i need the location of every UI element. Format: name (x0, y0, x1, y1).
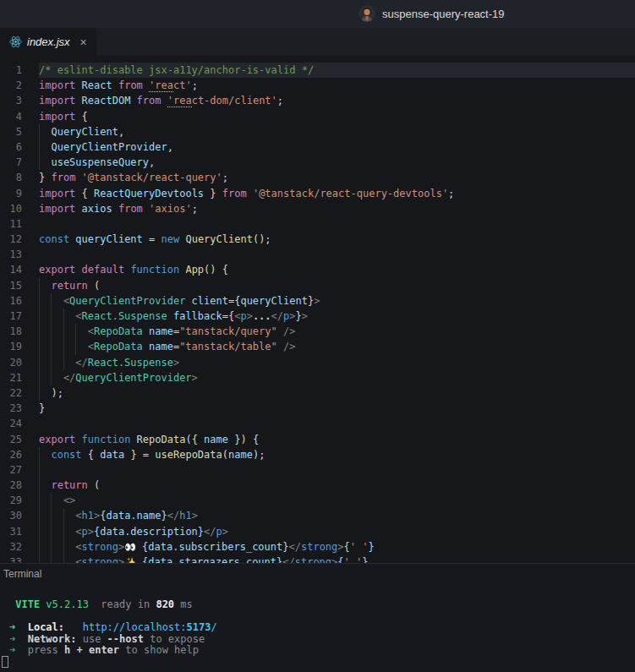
code-line[interactable]: 21</QueryClientProvider> (0, 370, 635, 385)
code-line[interactable]: 29<> (0, 493, 635, 508)
code-token: QueryClient (51, 126, 118, 138)
code-token: useRepoData (155, 449, 222, 461)
user-avatar[interactable] (359, 5, 375, 22)
code-line[interactable]: 1/* eslint-disable jsx-a11y/anchor-is-va… (0, 63, 635, 78)
code-line[interactable]: 20</React.Suspense> (0, 355, 635, 370)
code-line[interactable]: 26const { data } = useRepoData(name); (0, 447, 635, 462)
indent-guide (51, 355, 63, 370)
code-line[interactable]: 7useSuspenseQuery, (0, 155, 635, 170)
code-line[interactable]: 4import { (0, 109, 635, 124)
code-line[interactable]: 22); (0, 385, 635, 401)
code-line[interactable]: 24 (0, 416, 635, 431)
code-token: 'rea (167, 95, 192, 107)
indent-guide (39, 278, 51, 293)
code-token: name (204, 434, 228, 445)
code-line[interactable]: 19<RepoData name="tanstack/table" /> (0, 339, 635, 354)
code-line[interactable]: 11 (0, 216, 635, 232)
line-number: 11 (0, 216, 22, 232)
code-token: /> (277, 341, 296, 352)
code-line[interactable]: 2import React from 'react'; (0, 78, 635, 93)
indent-guide (51, 309, 63, 324)
code-token: { (337, 556, 343, 563)
code-token: ; (222, 172, 228, 183)
code-line[interactable]: 13 (0, 247, 635, 262)
code-line[interactable]: 3import ReactDOM from 'react-dom/client'… (0, 93, 635, 108)
code-token: import (39, 111, 75, 123)
terminal-output[interactable]: VITE v5.2.13 ready in 820 ms➜ Local: htt… (0, 582, 635, 672)
code-line[interactable]: 31<p>{data.description}</p> (0, 524, 635, 539)
code-token: strong (82, 556, 118, 563)
terminal-line: ➜ Local: http://localhost:5173/ (9, 622, 635, 634)
code-line[interactable]: 33<strong>✨ {data.stargazers_count}</str… (0, 555, 635, 563)
code-token: {data.subscribers_count} (136, 541, 289, 553)
code-line[interactable]: 23} (0, 401, 635, 416)
tab-label: index.jsx (27, 36, 70, 48)
terminal-text: ready in (89, 598, 156, 610)
code-token: 'axios' (143, 203, 192, 215)
code-line[interactable]: 9import { ReactQueryDevtools } from '@ta… (0, 186, 635, 201)
code-line[interactable]: 8} from '@tanstack/react-query'; (0, 170, 635, 185)
code-token: name (143, 325, 173, 337)
code-line[interactable]: 30<h1>{data.name}</h1> (0, 508, 635, 523)
code-token: p (216, 526, 222, 538)
code-line[interactable]: 5QueryClient, (0, 124, 635, 139)
code-line[interactable]: 6QueryClientProvider, (0, 139, 635, 155)
indent-guide (39, 139, 51, 155)
code-line[interactable]: 32<strong>👀 {data.subscribers_count}</st… (0, 539, 635, 555)
code-token: axios (75, 203, 112, 215)
code-token: </ (63, 372, 75, 384)
indent-guide (39, 309, 51, 324)
localhost-url[interactable]: 5173 (187, 621, 211, 633)
terminal-text: Local: (15, 621, 64, 633)
code-token: queryClient (240, 295, 307, 307)
line-number: 29 (0, 493, 22, 508)
line-number: 26 (0, 447, 22, 462)
code-token: App (179, 264, 204, 276)
indent-guide (39, 508, 51, 523)
code-token: QueryClientProvider (69, 295, 185, 307)
code-token: ✨ (124, 557, 136, 563)
code-line[interactable]: 12const queryClient = new QueryClient(); (0, 232, 635, 247)
code-token: </ (204, 526, 216, 538)
line-number: 30 (0, 508, 22, 523)
workspace-title: suspense-query-react-19 (382, 0, 505, 28)
tab-index-jsx[interactable]: index.jsx × (0, 28, 96, 56)
code-editor[interactable]: 1/* eslint-disable jsx-a11y/anchor-is-va… (0, 56, 635, 563)
code-line[interactable]: 16<QueryClientProvider client={queryClie… (0, 293, 635, 309)
code-token: (); (253, 233, 271, 245)
code-token: import (39, 188, 75, 199)
code-line[interactable]: 15return ( (0, 278, 635, 293)
line-number: 5 (0, 124, 22, 139)
indent-guide (51, 493, 63, 508)
line-number: 2 (0, 78, 22, 93)
line-number: 17 (0, 309, 22, 324)
indent-guide (51, 293, 63, 309)
code-line[interactable]: 28return ( (0, 478, 635, 493)
localhost-url[interactable]: / (211, 621, 216, 633)
code-token: {data.name} (100, 510, 167, 522)
code-line[interactable]: 14export default function App() { (0, 262, 635, 277)
code-token: client (185, 295, 228, 307)
terminal-text: 820 (156, 598, 174, 610)
code-token: > (192, 510, 198, 522)
close-icon[interactable]: × (80, 36, 87, 49)
code-line[interactable]: 18<RepoData name="tanstack/query" /> (0, 324, 635, 339)
terminal-text: Network: (15, 633, 76, 645)
terminal-line: ➜ Network: use --host to expose (9, 634, 635, 646)
code-token: < (88, 325, 94, 337)
line-number: 3 (0, 93, 22, 108)
code-line[interactable]: 17<React.Suspense fallback={<p>...</p>}> (0, 309, 635, 324)
line-number: 33 (0, 555, 22, 563)
indent-guide (51, 324, 63, 339)
indent-guide (51, 508, 63, 523)
indent-guide (75, 324, 87, 339)
code-token: import (39, 79, 75, 91)
code-token: <> (63, 494, 75, 506)
code-line[interactable]: 10import axios from 'axios'; (0, 201, 635, 216)
terminal-line: VITE v5.2.13 ready in 820 ms (9, 599, 635, 611)
localhost-url[interactable]: http://localhost: (64, 621, 187, 633)
code-token: ... (253, 310, 271, 322)
code-line[interactable]: 25export function RepoData({ name }) { (0, 432, 635, 447)
code-line[interactable]: 27 (0, 462, 635, 478)
code-token: , (167, 141, 173, 153)
